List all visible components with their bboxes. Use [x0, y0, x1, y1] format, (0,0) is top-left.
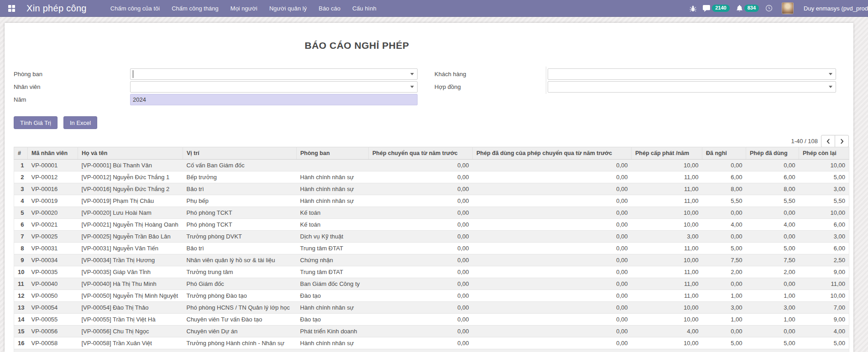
text-cursor	[133, 70, 133, 78]
cell-job-position: Trưởng trung tâm	[183, 266, 297, 278]
cell-employee-name: [VP-00001] Bùi Thanh Vân	[78, 160, 183, 171]
cell-employee-code: VP-00016	[28, 183, 78, 195]
menu-item-bao-cao[interactable]: Báo cáo	[319, 5, 340, 12]
cell-leave-remaining: 6,00	[799, 243, 849, 254]
cell-job-position	[183, 349, 297, 352]
cell-days-off: 0,00	[702, 160, 746, 171]
cell-allocated-per-year: 10,00	[632, 219, 702, 231]
employee-field-wrap	[130, 81, 418, 93]
cell-employee-code: VP-00058	[28, 337, 78, 349]
menu-item-cham-cong-cua-toi[interactable]: Chấm công của tôi	[110, 5, 160, 12]
table-row: 15VP-00056[VP-00056] Chu Thị NgọcChuyên …	[14, 326, 849, 337]
table-row: 4VP-00019[VP-00019] Phạm Thị ChâuPhụ bếp…	[14, 195, 849, 207]
user-menu[interactable]: Duy enmasys (pvd_prod	[804, 5, 868, 12]
header-days-off: Đã nghỉ	[702, 147, 746, 160]
cell-leave-remaining: 7,00	[799, 302, 849, 314]
cell-row-number: 2	[14, 171, 28, 183]
cell-employee-code: VP-00019	[28, 195, 78, 207]
menu-item-cham-cong-thang[interactable]: Chấm công tháng	[172, 5, 219, 12]
cell-allocated-per-year	[632, 349, 702, 352]
user-avatar[interactable]	[782, 2, 794, 14]
cell-carryover-prev-year: 0,00	[369, 254, 473, 266]
export-excel-button[interactable]: In Excel	[63, 116, 97, 129]
header-row-number: #	[14, 147, 28, 160]
employee-label: Nhân viên	[14, 83, 41, 91]
pager-next-button[interactable]	[835, 135, 849, 147]
cell-carryover-prev-year: 0,00	[369, 302, 473, 314]
debug-bug-icon[interactable]	[690, 5, 696, 12]
table-row: 5VP-00020[VP-00020] Lưu Hoài NamPhó phòn…	[14, 207, 849, 219]
cell-leave-remaining: 6,00	[799, 219, 849, 231]
cell-used-carryover: 0,00	[473, 266, 632, 278]
customer-field-wrap	[548, 68, 836, 80]
cell-used-carryover: 0,00	[473, 171, 632, 183]
cell-days-off: 5,00	[702, 337, 746, 349]
cell-allocated-per-year: 10,00	[632, 337, 702, 349]
cell-leave-remaining: 5,00	[799, 337, 849, 349]
employee-input[interactable]	[130, 81, 418, 93]
cell-leave-used: 0,00	[746, 326, 799, 337]
cell-job-position: Phó phòng HCNS / TN Quản lý lớp học	[183, 302, 297, 314]
department-input[interactable]	[130, 68, 418, 80]
activity-clock-icon[interactable]	[765, 5, 773, 12]
cell-department: Chứng nhận	[297, 254, 369, 266]
cell-leave-used: 2,00	[746, 266, 799, 278]
cell-carryover-prev-year: 0,00	[369, 314, 473, 326]
cell-allocated-per-year: 10,00	[632, 207, 702, 219]
grid-icon	[8, 5, 15, 12]
cell-days-off: 0,00	[702, 278, 746, 290]
cell-carryover-prev-year: 0,00	[369, 290, 473, 302]
year-input[interactable]	[130, 94, 418, 105]
top-navbar: Xin phép công Chấm công của tôi Chấm côn…	[0, 0, 868, 17]
cell-employee-code: VP-00021	[28, 219, 78, 231]
cell-used-carryover: 0,00	[473, 254, 632, 266]
cell-days-off: 1,00	[702, 314, 746, 326]
cell-employee-name: [VP-00021] Nguyễn Thị Hoàng Oanh	[78, 219, 183, 231]
messages-icon[interactable]: 2140	[703, 5, 729, 12]
contract-input[interactable]	[548, 81, 836, 93]
cell-row-number: 16	[14, 337, 28, 349]
cell-leave-remaining: 3,00	[799, 231, 849, 243]
pager-range: 1-40 / 108	[791, 138, 818, 145]
cell-department: Hành chính nhân sự	[297, 171, 369, 183]
report-sheet: BÁO CÁO NGHỈ PHÉP Phòng ban Nhân viên Nă…	[5, 23, 853, 352]
cell-employee-name: [VP-00058] Trần Xuân Việt	[78, 337, 183, 349]
cell-leave-used: 6,00	[746, 171, 799, 183]
customer-input[interactable]	[548, 68, 836, 80]
cell-used-carryover: 0,00	[473, 231, 632, 243]
cell-used-carryover: 0,00	[473, 314, 632, 326]
table-row: 1VP-00001[VP-00001] Bùi Thanh VânCố vấn …	[14, 160, 849, 171]
cell-used-carryover: 0,00	[473, 290, 632, 302]
cell-job-position: Chuyên viên Dự án	[183, 326, 297, 337]
cell-carryover-prev-year: 0,00	[369, 171, 473, 183]
cell-days-off	[702, 349, 746, 352]
cell-used-carryover: 0,00	[473, 326, 632, 337]
cell-allocated-per-year: 11,00	[632, 290, 702, 302]
menu-item-moi-nguoi[interactable]: Mọi người	[230, 5, 257, 12]
cell-allocated-per-year: 11,00	[632, 195, 702, 207]
cell-employee-name: [VP-00054] Đào Thị Thảo	[78, 302, 183, 314]
app-title[interactable]: Xin phép công	[26, 3, 87, 14]
menu-item-cau-hinh[interactable]: Cấu hình	[352, 5, 376, 12]
cell-job-position: Phó phòng TCKT	[183, 219, 297, 231]
cell-employee-name: [VP-00055] Trần Thị Việt Hà	[78, 314, 183, 326]
table-row: 2VP-00012[VP-00012] Nguyễn Đức Thắng 1Bế…	[14, 171, 849, 183]
cell-employee-name: [VP-00020] Lưu Hoài Nam	[78, 207, 183, 219]
pager-previous-button[interactable]	[821, 135, 835, 147]
menu-item-nguoi-quan-ly[interactable]: Người quản lý	[269, 5, 307, 12]
cell-carryover-prev-year	[369, 349, 473, 352]
cell-leave-remaining: 5,00	[799, 171, 849, 183]
cell-employee-code: VP-00056	[28, 326, 78, 337]
cell-department: Trung tâm ĐTAT	[297, 243, 369, 254]
cell-employee-name: [VP-00031] Nguyễn Văn Tiến	[78, 243, 183, 254]
chevron-down-icon	[829, 86, 832, 88]
cell-carryover-prev-year: 0,00	[369, 231, 473, 243]
department-field-wrap	[130, 68, 418, 80]
notifications-bell-icon[interactable]: 834	[736, 5, 759, 12]
messages-count-badge: 2140	[712, 5, 729, 12]
cell-job-position: Trưởng phòng Đào tạo	[183, 290, 297, 302]
compute-button[interactable]: Tính Giá Trị	[14, 116, 58, 129]
cell-leave-used: 0,00	[746, 278, 799, 290]
apps-menu-icon[interactable]	[5, 2, 17, 14]
cell-carryover-prev-year: 0,00	[369, 183, 473, 195]
